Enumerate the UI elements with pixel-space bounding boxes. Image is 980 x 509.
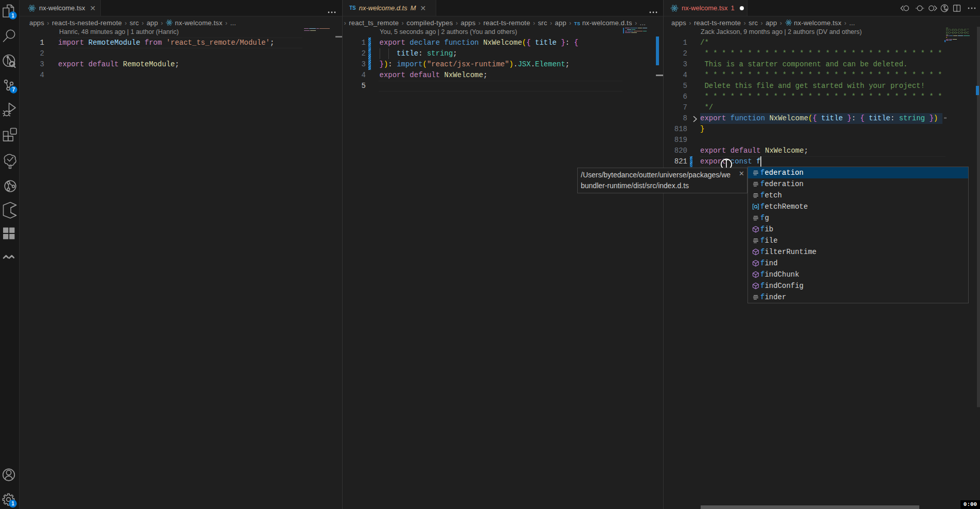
svg-text:7: 7: [12, 87, 15, 93]
svg-text:1: 1: [11, 501, 14, 506]
svg-text:1: 1: [11, 13, 14, 19]
